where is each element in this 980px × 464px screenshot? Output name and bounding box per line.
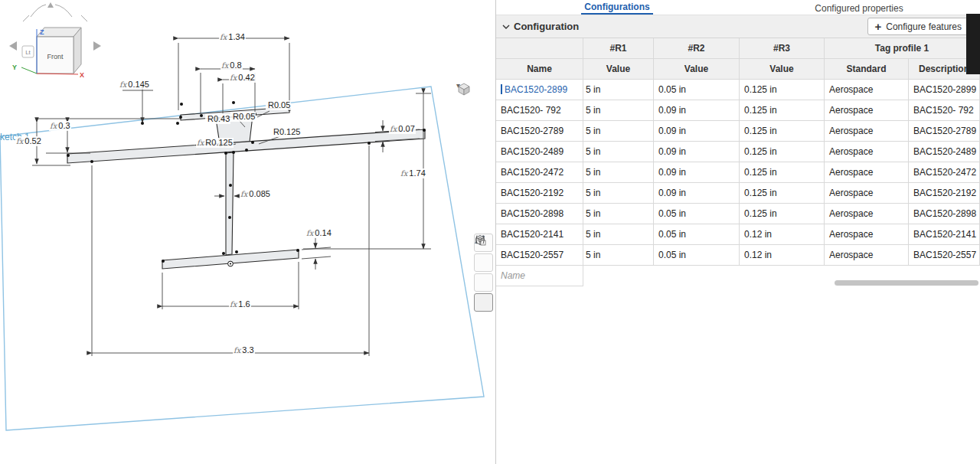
cell-r2-value[interactable]: 0.05 in xyxy=(654,245,740,266)
dimension-label[interactable]: fx0.145 xyxy=(119,80,150,90)
group-header-r1[interactable]: #R1 xyxy=(583,38,654,59)
cell-description[interactable]: BAC1520-2557 xyxy=(909,245,980,266)
arrow-left-icon[interactable] xyxy=(9,41,17,51)
rotate-right-icon[interactable] xyxy=(55,5,72,17)
cell-name[interactable]: BAC1520-2898 xyxy=(496,204,583,224)
table-row[interactable]: BAC1520-2557 5 in 0.05 in 0.12 in Aerosp… xyxy=(496,245,980,266)
cell-r2-value[interactable]: 0.09 in xyxy=(654,121,740,142)
sketch-canvas[interactable]: ketch 1 fx1.34 fx0.8 fx0.42 fx0.145 fx0.… xyxy=(0,0,495,464)
cell-standard[interactable]: Aerospace xyxy=(825,80,909,100)
dimension-label[interactable]: fx0.8 xyxy=(220,60,243,70)
cell-r3-value[interactable]: 0.125 in xyxy=(740,162,825,183)
radius-label[interactable]: fxR0.125 xyxy=(196,138,234,148)
table-row[interactable]: BAC1520-2898 5 in 0.05 in 0.125 in Aeros… xyxy=(496,204,980,224)
cell-r1-value[interactable]: 5 in xyxy=(583,142,654,162)
dimension-label[interactable]: fx0.085 xyxy=(240,189,271,199)
cell-r1-value[interactable]: 5 in xyxy=(583,100,654,121)
cell-standard[interactable]: Aerospace xyxy=(825,224,909,245)
rotate-corner-right-icon[interactable] xyxy=(81,15,87,21)
perspective-button[interactable] xyxy=(474,293,493,312)
cell-r2-value[interactable]: 0.09 in xyxy=(654,142,740,162)
cell-r2-value[interactable]: 0.05 in xyxy=(654,80,740,100)
cell-standard[interactable]: Aerospace xyxy=(825,245,909,266)
table-row[interactable]: BAC1520-2489 5 in 0.09 in 0.125 in Aeros… xyxy=(496,142,980,162)
cell-description[interactable]: BAC1520- 792 xyxy=(909,100,980,121)
arrow-right-icon[interactable] xyxy=(93,41,101,51)
cell-r3-value[interactable]: 0.125 in xyxy=(740,142,825,162)
cell-standard[interactable]: Aerospace xyxy=(825,183,909,204)
cell-name[interactable]: BAC1520-2789 xyxy=(496,121,583,142)
table-row[interactable]: BAC1520-2789 5 in 0.09 in 0.125 in Aeros… xyxy=(496,121,980,142)
dimension-label[interactable]: fx0.52 xyxy=(15,136,42,146)
cell-r2-value[interactable]: 0.05 in xyxy=(654,204,740,224)
radius-label[interactable]: R0.125 xyxy=(271,127,301,137)
dimension-label[interactable]: fx1.74 xyxy=(400,168,426,178)
cell-description[interactable]: BAC1520-2192 xyxy=(909,183,980,204)
group-header-r3[interactable]: #R3 xyxy=(740,38,825,59)
cell-r1-value[interactable]: 5 in xyxy=(583,204,654,224)
cell-r1-value[interactable]: 5 in xyxy=(583,80,654,100)
cell-r2-value[interactable]: 0.09 in xyxy=(654,183,740,204)
cell-description[interactable]: BAC1520-2899 xyxy=(909,80,980,100)
display-options-button[interactable] xyxy=(474,273,493,292)
dimension-label[interactable]: fx0.3 xyxy=(49,121,71,131)
dimension-label[interactable]: fx0.14 xyxy=(305,228,332,238)
cell-r1-value[interactable]: 5 in xyxy=(583,121,654,142)
cell-description[interactable]: BAC1520-2489 xyxy=(909,142,980,162)
column-header-name[interactable]: Name xyxy=(496,59,583,80)
cell-name[interactable]: BAC1520-2489 xyxy=(496,142,583,162)
cell-r1-value[interactable]: 5 in xyxy=(583,183,654,204)
tab-configured-properties[interactable]: Configured properties xyxy=(738,2,980,15)
cell-r3-value[interactable]: 0.125 in xyxy=(740,80,825,100)
cell-r3-value[interactable]: 0.125 in xyxy=(740,183,825,204)
view-cube-button[interactable] xyxy=(474,253,493,272)
cell-standard[interactable]: Aerospace xyxy=(825,121,909,142)
table-row[interactable]: BAC1520- 792 5 in 0.09 in 0.125 in Aeros… xyxy=(496,100,980,121)
rotate-corner-left-icon[interactable] xyxy=(23,15,29,21)
cell-name[interactable]: BAC1520-2141 xyxy=(496,224,583,245)
radius-label[interactable]: R0.43 xyxy=(205,114,230,124)
cell-r3-value[interactable]: 0.12 in xyxy=(740,224,825,245)
configure-features-button[interactable]: + Configure features xyxy=(867,18,970,35)
dimension-label[interactable]: fx0.07 xyxy=(389,124,416,134)
cell-name[interactable]: BAC1520-2472 xyxy=(496,162,583,183)
sketch-points[interactable] xyxy=(67,77,426,266)
cell-r3-value[interactable]: 0.125 in xyxy=(740,100,825,121)
cell-standard[interactable]: Aerospace xyxy=(825,162,909,183)
cell-r1-value[interactable]: 5 in xyxy=(583,224,654,245)
cell-name[interactable]: BAC1520-2899 xyxy=(496,80,583,100)
cell-standard[interactable]: Aerospace xyxy=(825,204,909,224)
view-cube[interactable]: Front Lt Z Y X xyxy=(0,0,109,107)
cell-r3-value[interactable]: 0.12 in xyxy=(740,245,825,266)
chevron-down-icon[interactable] xyxy=(502,23,510,31)
cell-name[interactable]: BAC1520- 792 xyxy=(496,100,583,121)
dimension-label[interactable]: fx1.34 xyxy=(219,32,246,42)
cell-standard[interactable]: Aerospace xyxy=(825,142,909,162)
cell-description[interactable]: BAC1520-2472 xyxy=(909,162,980,183)
profile-geometry[interactable] xyxy=(67,107,425,269)
cell-description[interactable]: BAC1520-2141 xyxy=(909,224,980,245)
cell-name[interactable]: BAC1520-2557 xyxy=(496,245,583,266)
column-header-value[interactable]: Value xyxy=(583,59,654,80)
table-row[interactable]: BAC1520-2899 5 in 0.05 in 0.125 in Aeros… xyxy=(496,80,980,100)
table-row[interactable]: BAC1520-2472 5 in 0.09 in 0.125 in Aeros… xyxy=(496,162,980,183)
table-row[interactable]: BAC1520-2192 5 in 0.09 in 0.125 in Aeros… xyxy=(496,183,980,204)
column-header-value[interactable]: Value xyxy=(740,59,825,80)
cell-standard[interactable]: Aerospace xyxy=(825,100,909,121)
cell-r2-value[interactable]: 0.05 in xyxy=(654,224,740,245)
cell-description[interactable]: BAC1520-2789 xyxy=(909,121,980,142)
cell-r2-value[interactable]: 0.09 in xyxy=(654,162,740,183)
cell-r2-value[interactable]: 0.09 in xyxy=(654,100,740,121)
cell-r1-value[interactable]: 5 in xyxy=(583,245,654,266)
table-row[interactable]: BAC1520-2141 5 in 0.05 in 0.12 in Aerosp… xyxy=(496,224,980,245)
view-mode-dropdown[interactable]: ▾ xyxy=(456,81,460,90)
cell-r1-value[interactable]: 5 in xyxy=(583,162,654,183)
dimension-label[interactable]: fx0.42 xyxy=(229,73,256,83)
dimension-label[interactable]: fx1.6 xyxy=(229,299,251,309)
radius-label[interactable]: R0.05 xyxy=(266,100,291,110)
profile-web[interactable] xyxy=(226,152,234,255)
cell-description[interactable]: BAC1520-2898 xyxy=(909,204,980,224)
group-header-r2[interactable]: #R2 xyxy=(654,38,740,59)
column-header-value[interactable]: Value xyxy=(654,59,740,80)
vertical-scrollbar-thumb[interactable] xyxy=(966,14,980,74)
